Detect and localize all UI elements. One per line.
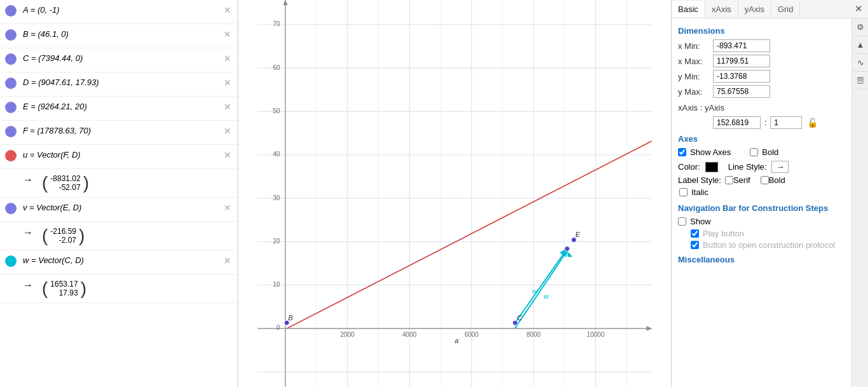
- tab-basic[interactable]: Basic: [672, 1, 705, 17]
- point-dot-A: [5, 5, 17, 17]
- matrix-w: ( 1653.17 17.93 ): [37, 278, 92, 299]
- xmin-input[interactable]: [713, 39, 770, 52]
- matrix-u-val1: -8831.02: [50, 174, 80, 183]
- svg-text:8000: 8000: [527, 331, 541, 338]
- label-style-label: Label Style:: [678, 175, 721, 185]
- misc-title: Miscellaneous: [678, 255, 845, 264]
- xmax-input[interactable]: [713, 55, 770, 67]
- item-label-F: F = (17878.63, 70): [23, 126, 91, 135]
- vector-dot-v: [5, 203, 17, 214]
- vector-arrow-w: →: [23, 280, 33, 291]
- serif-label: Serif: [733, 175, 750, 185]
- list-item: E = (9264.21, 20) ✕: [0, 97, 238, 121]
- xmax-label: x Max:: [678, 57, 713, 66]
- show-axes-checkbox[interactable]: [678, 148, 686, 156]
- label-style-row: Label Style: Serif Bold: [678, 175, 845, 185]
- bold-label-checkbox[interactable]: [761, 176, 769, 184]
- linestyle-selector[interactable]: →: [771, 161, 789, 173]
- bold-axes-label: Bold: [762, 147, 778, 157]
- point-dot-B: [5, 29, 17, 41]
- ymin-input[interactable]: [713, 70, 770, 83]
- svg-text:40: 40: [273, 151, 280, 158]
- matrix-w-val2: 17.93: [59, 289, 78, 297]
- svg-text:6000: 6000: [465, 331, 479, 338]
- extra-icon[interactable]: [852, 72, 868, 90]
- linestyle-label: Line Style:: [728, 162, 767, 172]
- list-item: F = (17878.63, 70) ✕: [0, 121, 238, 145]
- color-swatch[interactable]: [705, 162, 718, 172]
- svg-text:0: 0: [276, 324, 280, 331]
- delete-E-button[interactable]: ✕: [222, 102, 233, 112]
- delete-B-button[interactable]: ✕: [222, 29, 233, 39]
- ymax-row: y Max:: [678, 85, 845, 98]
- protocol-button-label: Button to open construction protocol: [703, 240, 835, 250]
- svg-text:a: a: [455, 337, 459, 344]
- ymax-label: y Max:: [678, 87, 713, 97]
- show-nav-checkbox[interactable]: [678, 217, 686, 226]
- right-scroll-area: Dimensions x Min: x Max: y Min: y Max: x…: [672, 18, 851, 387]
- protocol-button-checkbox[interactable]: [691, 241, 699, 249]
- triangle-icon[interactable]: ▲: [852, 36, 868, 54]
- point-dot-E: [5, 102, 17, 113]
- ratio-row: : 🔓: [678, 116, 845, 129]
- item-label-C: C = (7394.44, 0): [23, 53, 83, 63]
- matrix-w-val1: 1653.17: [50, 280, 78, 289]
- svg-text:30: 30: [273, 194, 280, 201]
- vector-matrix-v: → ( -216.59 -2.07 ): [0, 222, 238, 250]
- svg-point-49: [565, 246, 570, 251]
- tab-xaxis[interactable]: xAxis: [705, 1, 738, 17]
- color-linestyle-row: Color: Line Style: →: [678, 161, 845, 173]
- delete-v-button[interactable]: ✕: [222, 203, 233, 213]
- axis-ratio-label: xAxis : yAxis: [678, 103, 742, 112]
- point-dot-C: [5, 53, 17, 65]
- delete-u-button[interactable]: ✕: [222, 150, 233, 160]
- ymax-input[interactable]: [713, 85, 770, 98]
- show-axes-row: Show Axes Bold: [678, 147, 845, 157]
- serif-checkbox[interactable]: [725, 176, 733, 184]
- delete-C-button[interactable]: ✕: [222, 53, 233, 64]
- matrix-v: ( -216.59 -2.07 ): [37, 226, 90, 246]
- tabs-row: Basic xAxis yAxis Grid ✕: [672, 0, 868, 18]
- play-button-checkbox[interactable]: [691, 229, 699, 238]
- ratio-right-input[interactable]: [770, 116, 802, 129]
- delete-F-button[interactable]: ✕: [222, 126, 233, 136]
- graph-canvas[interactable]: 2000 4000 6000 8000 10000 70 60 50 40 30…: [238, 0, 671, 387]
- item-label-E: E = (9264.21, 20): [23, 102, 87, 111]
- settings-icon[interactable]: ⚙: [852, 18, 868, 36]
- list-item: C = (7394.44, 0) ✕: [0, 48, 238, 72]
- svg-text:E: E: [576, 231, 581, 238]
- tab-yaxis[interactable]: yAxis: [738, 1, 771, 17]
- delete-w-button[interactable]: ✕: [222, 255, 233, 266]
- list-item: u = Vector(F, D) ✕: [0, 145, 238, 169]
- xmin-label: x Min:: [678, 41, 713, 51]
- vector-arrow-v: →: [23, 227, 33, 238]
- color-label: Color:: [678, 162, 700, 172]
- right-body: Dimensions x Min: x Max: y Min: y Max: x…: [672, 18, 868, 387]
- italic-checkbox[interactable]: [679, 188, 688, 196]
- point-dot-F: [5, 126, 17, 137]
- svg-text:10: 10: [273, 281, 280, 288]
- vector-dot-w: [5, 255, 17, 267]
- right-sidebar-icons: ⚙ ▲ ∿: [851, 18, 868, 387]
- delete-A-button[interactable]: ✕: [222, 5, 233, 15]
- protocol-button-row: Button to open construction protocol: [691, 240, 845, 250]
- point-dot-D: [5, 78, 17, 89]
- bold-axes-checkbox[interactable]: [750, 148, 758, 156]
- svg-text:10000: 10000: [587, 331, 604, 338]
- tab-grid[interactable]: Grid: [771, 1, 801, 17]
- close-panel-button[interactable]: ✕: [850, 0, 868, 18]
- svg-text:2000: 2000: [341, 331, 355, 338]
- nav-bar-title: Navigation Bar for Construction Steps: [678, 203, 845, 213]
- lock-icon[interactable]: 🔓: [807, 118, 818, 128]
- wave-icon[interactable]: ∿: [852, 54, 868, 72]
- show-nav-label: Show: [690, 217, 711, 226]
- ratio-left-input[interactable]: [713, 116, 761, 129]
- list-item: w = Vector(C, D) ✕: [0, 250, 238, 275]
- xmin-row: x Min:: [678, 39, 845, 52]
- delete-D-button[interactable]: ✕: [222, 78, 233, 88]
- item-label-v: v = Vector(E, D): [23, 203, 81, 212]
- play-button-row: Play button: [691, 229, 845, 238]
- xmax-row: x Max:: [678, 55, 845, 67]
- ymin-row: y Min:: [678, 70, 845, 83]
- svg-text:4000: 4000: [402, 331, 417, 338]
